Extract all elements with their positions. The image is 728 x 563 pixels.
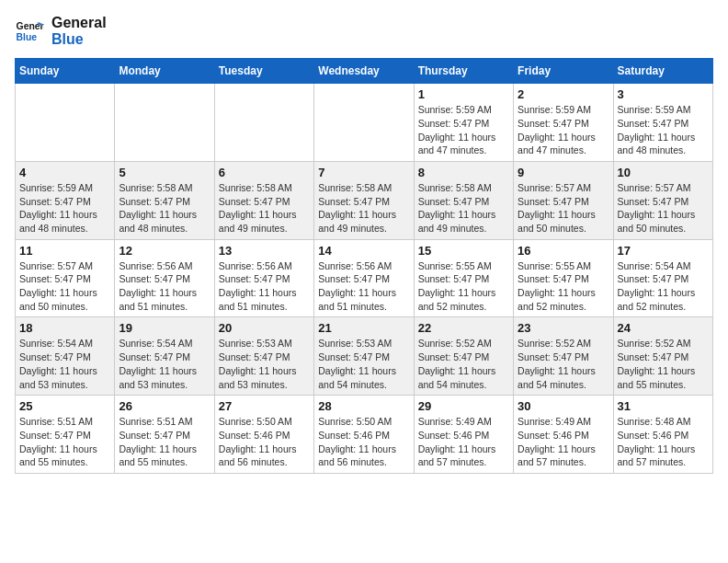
day-number: 13 bbox=[219, 244, 310, 258]
day-number: 15 bbox=[418, 244, 509, 258]
day-info: Sunrise: 5:57 AM Sunset: 5:47 PM Dayligh… bbox=[518, 181, 609, 236]
day-number: 23 bbox=[518, 321, 609, 335]
calendar-cell: 14Sunrise: 5:56 AM Sunset: 5:47 PM Dayli… bbox=[314, 239, 414, 317]
day-info: Sunrise: 5:50 AM Sunset: 5:46 PM Dayligh… bbox=[318, 415, 409, 469]
day-number: 20 bbox=[219, 321, 310, 335]
calendar-cell: 17Sunrise: 5:54 AM Sunset: 5:47 PM Dayli… bbox=[613, 239, 712, 317]
day-info: Sunrise: 5:51 AM Sunset: 5:47 PM Dayligh… bbox=[119, 415, 210, 469]
weekday-header-row: SundayMondayTuesdayWednesdayThursdayFrid… bbox=[16, 59, 713, 84]
calendar-cell bbox=[314, 84, 414, 162]
day-info: Sunrise: 5:52 AM Sunset: 5:47 PM Dayligh… bbox=[518, 337, 609, 391]
day-number: 14 bbox=[318, 244, 409, 258]
calendar-cell bbox=[115, 84, 214, 162]
calendar-cell: 8Sunrise: 5:58 AM Sunset: 5:47 PM Daylig… bbox=[414, 161, 513, 239]
day-info: Sunrise: 5:50 AM Sunset: 5:46 PM Dayligh… bbox=[219, 415, 310, 469]
day-info: Sunrise: 5:57 AM Sunset: 5:47 PM Dayligh… bbox=[19, 259, 110, 314]
day-info: Sunrise: 5:59 AM Sunset: 5:47 PM Dayligh… bbox=[418, 103, 509, 157]
day-info: Sunrise: 5:54 AM Sunset: 5:47 PM Dayligh… bbox=[119, 337, 210, 391]
day-number: 25 bbox=[19, 399, 110, 413]
day-number: 29 bbox=[418, 399, 509, 413]
logo-blue: Blue bbox=[51, 31, 107, 48]
day-info: Sunrise: 5:58 AM Sunset: 5:47 PM Dayligh… bbox=[418, 181, 509, 236]
weekday-header-friday: Friday bbox=[514, 59, 613, 84]
svg-text:Blue: Blue bbox=[17, 31, 38, 41]
calendar-cell: 22Sunrise: 5:52 AM Sunset: 5:47 PM Dayli… bbox=[414, 317, 513, 396]
day-info: Sunrise: 5:56 AM Sunset: 5:47 PM Dayligh… bbox=[318, 259, 409, 314]
day-number: 17 bbox=[618, 244, 709, 258]
day-number: 26 bbox=[119, 399, 210, 413]
calendar-cell: 27Sunrise: 5:50 AM Sunset: 5:46 PM Dayli… bbox=[214, 396, 313, 474]
day-number: 24 bbox=[618, 321, 709, 335]
week-row-2: 4Sunrise: 5:59 AM Sunset: 5:47 PM Daylig… bbox=[16, 161, 713, 239]
day-number: 11 bbox=[19, 244, 110, 258]
day-number: 19 bbox=[119, 321, 210, 335]
calendar-cell: 16Sunrise: 5:55 AM Sunset: 5:47 PM Dayli… bbox=[514, 239, 613, 317]
day-number: 5 bbox=[119, 166, 210, 179]
day-number: 30 bbox=[518, 399, 609, 413]
calendar-cell bbox=[214, 84, 313, 162]
logo: General Blue General Blue bbox=[15, 15, 107, 47]
day-info: Sunrise: 5:51 AM Sunset: 5:47 PM Dayligh… bbox=[19, 415, 110, 469]
day-info: Sunrise: 5:56 AM Sunset: 5:47 PM Dayligh… bbox=[119, 259, 210, 314]
calendar-cell: 10Sunrise: 5:57 AM Sunset: 5:47 PM Dayli… bbox=[613, 161, 712, 239]
logo-general: General bbox=[51, 15, 107, 31]
calendar-cell: 23Sunrise: 5:52 AM Sunset: 5:47 PM Dayli… bbox=[514, 317, 613, 396]
calendar-cell: 21Sunrise: 5:53 AM Sunset: 5:47 PM Dayli… bbox=[314, 317, 414, 396]
day-number: 9 bbox=[518, 166, 609, 179]
calendar-cell: 12Sunrise: 5:56 AM Sunset: 5:47 PM Dayli… bbox=[115, 239, 214, 317]
day-number: 4 bbox=[19, 166, 110, 179]
day-info: Sunrise: 5:59 AM Sunset: 5:47 PM Dayligh… bbox=[618, 103, 709, 157]
day-number: 7 bbox=[318, 166, 409, 179]
day-number: 16 bbox=[518, 244, 609, 258]
day-number: 12 bbox=[119, 244, 210, 258]
day-number: 22 bbox=[418, 321, 509, 335]
weekday-header-wednesday: Wednesday bbox=[314, 59, 414, 84]
day-number: 1 bbox=[418, 87, 509, 101]
weekday-header-monday: Monday bbox=[115, 59, 214, 84]
calendar-cell: 31Sunrise: 5:48 AM Sunset: 5:46 PM Dayli… bbox=[613, 396, 712, 474]
day-info: Sunrise: 5:52 AM Sunset: 5:47 PM Dayligh… bbox=[418, 337, 509, 391]
calendar-cell: 5Sunrise: 5:58 AM Sunset: 5:47 PM Daylig… bbox=[115, 161, 214, 239]
day-info: Sunrise: 5:58 AM Sunset: 5:47 PM Dayligh… bbox=[219, 181, 310, 236]
day-info: Sunrise: 5:49 AM Sunset: 5:46 PM Dayligh… bbox=[518, 415, 609, 469]
page-header: General Blue General Blue bbox=[15, 15, 713, 47]
day-info: Sunrise: 5:54 AM Sunset: 5:47 PM Dayligh… bbox=[618, 259, 709, 314]
day-info: Sunrise: 5:49 AM Sunset: 5:46 PM Dayligh… bbox=[418, 415, 509, 469]
day-info: Sunrise: 5:48 AM Sunset: 5:46 PM Dayligh… bbox=[618, 415, 709, 469]
calendar-cell: 4Sunrise: 5:59 AM Sunset: 5:47 PM Daylig… bbox=[16, 161, 115, 239]
logo-icon: General Blue bbox=[15, 17, 44, 46]
calendar-cell: 6Sunrise: 5:58 AM Sunset: 5:47 PM Daylig… bbox=[214, 161, 313, 239]
weekday-header-saturday: Saturday bbox=[613, 59, 712, 84]
calendar-cell: 29Sunrise: 5:49 AM Sunset: 5:46 PM Dayli… bbox=[414, 396, 513, 474]
week-row-1: 1Sunrise: 5:59 AM Sunset: 5:47 PM Daylig… bbox=[16, 84, 713, 162]
day-number: 21 bbox=[318, 321, 409, 335]
week-row-5: 25Sunrise: 5:51 AM Sunset: 5:47 PM Dayli… bbox=[16, 396, 713, 474]
day-number: 8 bbox=[418, 166, 509, 179]
day-number: 3 bbox=[618, 87, 709, 101]
day-info: Sunrise: 5:55 AM Sunset: 5:47 PM Dayligh… bbox=[518, 259, 609, 314]
weekday-header-tuesday: Tuesday bbox=[214, 59, 313, 84]
day-info: Sunrise: 5:56 AM Sunset: 5:47 PM Dayligh… bbox=[219, 259, 310, 314]
day-number: 6 bbox=[219, 166, 310, 179]
calendar-cell: 26Sunrise: 5:51 AM Sunset: 5:47 PM Dayli… bbox=[115, 396, 214, 474]
week-row-3: 11Sunrise: 5:57 AM Sunset: 5:47 PM Dayli… bbox=[16, 239, 713, 317]
calendar-cell: 25Sunrise: 5:51 AM Sunset: 5:47 PM Dayli… bbox=[16, 396, 115, 474]
day-number: 2 bbox=[518, 87, 609, 101]
calendar-table: SundayMondayTuesdayWednesdayThursdayFrid… bbox=[15, 58, 713, 474]
day-info: Sunrise: 5:53 AM Sunset: 5:47 PM Dayligh… bbox=[318, 337, 409, 391]
calendar-cell: 15Sunrise: 5:55 AM Sunset: 5:47 PM Dayli… bbox=[414, 239, 513, 317]
calendar-cell: 13Sunrise: 5:56 AM Sunset: 5:47 PM Dayli… bbox=[214, 239, 313, 317]
calendar-cell: 3Sunrise: 5:59 AM Sunset: 5:47 PM Daylig… bbox=[613, 84, 712, 162]
day-number: 27 bbox=[219, 399, 310, 413]
day-info: Sunrise: 5:59 AM Sunset: 5:47 PM Dayligh… bbox=[19, 181, 110, 236]
calendar-cell: 20Sunrise: 5:53 AM Sunset: 5:47 PM Dayli… bbox=[214, 317, 313, 396]
calendar-cell: 7Sunrise: 5:58 AM Sunset: 5:47 PM Daylig… bbox=[314, 161, 414, 239]
calendar-cell: 1Sunrise: 5:59 AM Sunset: 5:47 PM Daylig… bbox=[414, 84, 513, 162]
calendar-cell: 9Sunrise: 5:57 AM Sunset: 5:47 PM Daylig… bbox=[514, 161, 613, 239]
week-row-4: 18Sunrise: 5:54 AM Sunset: 5:47 PM Dayli… bbox=[16, 317, 713, 396]
day-number: 31 bbox=[618, 399, 709, 413]
calendar-cell: 19Sunrise: 5:54 AM Sunset: 5:47 PM Dayli… bbox=[115, 317, 214, 396]
day-info: Sunrise: 5:58 AM Sunset: 5:47 PM Dayligh… bbox=[318, 181, 409, 236]
calendar-cell: 11Sunrise: 5:57 AM Sunset: 5:47 PM Dayli… bbox=[16, 239, 115, 317]
calendar-cell: 2Sunrise: 5:59 AM Sunset: 5:47 PM Daylig… bbox=[514, 84, 613, 162]
